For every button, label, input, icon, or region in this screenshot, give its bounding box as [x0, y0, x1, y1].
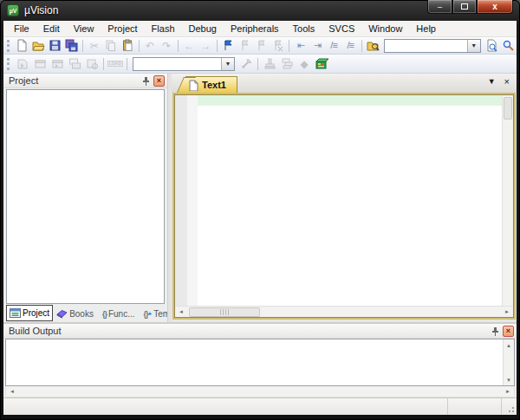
tab-books[interactable]: Books	[53, 306, 97, 321]
menu-debug[interactable]: Debug	[182, 22, 224, 36]
scroll-left-button[interactable]: ◄	[6, 386, 18, 397]
editor-area: Text1 ▼ × ◄	[172, 74, 517, 322]
file-extensions-button[interactable]	[261, 56, 278, 72]
search-dropdown-button[interactable]: ▼	[467, 40, 480, 52]
navigate-back-button[interactable]: ←	[181, 38, 198, 54]
options-for-target-icon	[240, 57, 253, 70]
tab-list-button[interactable]: ▼	[488, 78, 496, 86]
menu-window[interactable]: Window	[361, 22, 409, 36]
search-input[interactable]	[385, 40, 467, 52]
uncomment-button[interactable]: /≡	[342, 38, 359, 54]
copy-button[interactable]	[102, 38, 119, 54]
new-file-icon	[16, 39, 29, 52]
bookmark-clear-button[interactable]	[270, 38, 286, 54]
indent-button[interactable]: ⇥	[309, 38, 325, 54]
new-file-button[interactable]	[14, 38, 30, 54]
menu-view[interactable]: View	[67, 22, 101, 36]
options-for-target-button[interactable]	[237, 56, 255, 72]
save-button[interactable]	[47, 38, 63, 54]
bookmark-prev-button[interactable]	[237, 38, 253, 54]
manage-rte-button[interactable]: ◆	[296, 56, 313, 72]
tab-templates[interactable]: {}+ Tem...	[140, 307, 167, 321]
build-output-close-button[interactable]: ×	[503, 326, 514, 337]
toolbar-separator	[217, 40, 218, 52]
document-close-button[interactable]: ×	[504, 77, 510, 87]
project-tree[interactable]	[6, 89, 165, 304]
editor-content[interactable]	[198, 95, 502, 306]
books-tab-icon	[56, 308, 68, 319]
menu-svcs[interactable]: SVCS	[322, 22, 361, 36]
editor-vertical-scrollbar[interactable]	[502, 95, 513, 306]
download-flash-button[interactable]: LOAD	[107, 56, 124, 72]
navigate-forward-button[interactable]: →	[198, 38, 214, 54]
scroll-right-button[interactable]: ►	[501, 307, 513, 318]
toolbar-separator	[127, 58, 127, 70]
close-button[interactable]: x	[477, 0, 513, 14]
document-tab-text1[interactable]: Text1	[185, 76, 237, 93]
document-tab-label: Text1	[202, 80, 226, 90]
build-button[interactable]	[31, 56, 49, 72]
paste-button[interactable]	[120, 38, 136, 54]
redo-button[interactable]: ↷	[159, 38, 175, 54]
scroll-down-button[interactable]: ▼	[503, 374, 515, 385]
manage-project-items-icon	[281, 57, 294, 70]
save-all-button[interactable]	[63, 38, 80, 54]
cut-button[interactable]: ✂	[86, 38, 102, 54]
incremental-find-button[interactable]	[500, 38, 517, 54]
tab-functions[interactable]: {} Func...	[99, 307, 139, 321]
tab-project-label: Project	[23, 308, 49, 318]
pack-installer-button[interactable]	[313, 56, 330, 72]
build-output-content[interactable]	[6, 339, 503, 385]
stop-build-button[interactable]	[83, 56, 101, 72]
menu-file[interactable]: File	[7, 22, 36, 36]
scroll-left-button[interactable]: ◄	[175, 307, 187, 318]
manage-project-items-button[interactable]	[278, 56, 296, 72]
scroll-grip-icon	[220, 309, 229, 315]
scroll-up-button[interactable]: ▲	[503, 339, 515, 351]
menu-tools[interactable]: Tools	[286, 22, 322, 36]
bookmark-next-button[interactable]	[253, 38, 270, 54]
navigate-back-icon: ←	[184, 41, 194, 51]
horizontal-scroll-thumb[interactable]	[189, 307, 260, 317]
minimize-button[interactable]: –	[427, 0, 452, 14]
menu-edit[interactable]: Edit	[36, 22, 67, 36]
rebuild-button[interactable]	[49, 56, 66, 72]
save-all-icon	[65, 39, 78, 52]
menu-project[interactable]: Project	[101, 22, 144, 36]
vertical-scroll-thumb[interactable]	[504, 97, 512, 120]
toolbar-separator	[178, 40, 179, 52]
toolbar-grip[interactable]	[7, 58, 11, 70]
open-file-button[interactable]	[30, 38, 47, 54]
target-select-input[interactable]	[133, 58, 221, 70]
target-dropdown-button[interactable]: ▼	[221, 58, 234, 70]
resize-grip-icon[interactable]	[506, 404, 515, 413]
menu-flash[interactable]: Flash	[145, 22, 182, 36]
manage-rte-icon: ◆	[300, 59, 308, 69]
menu-bar: File Edit View Project Flash Debug Perip…	[3, 21, 517, 37]
find-icon	[485, 39, 498, 52]
unindent-button[interactable]: ⇤	[292, 38, 309, 54]
scroll-right-button[interactable]: ►	[502, 386, 514, 397]
pin-icon[interactable]	[490, 326, 500, 336]
find-in-files-button[interactable]	[365, 38, 381, 54]
bookmark-toggle-button[interactable]	[220, 38, 237, 54]
editor-margin	[175, 95, 187, 306]
rebuild-icon	[51, 57, 64, 70]
title-bar[interactable]: µV µVision – x	[0, 0, 520, 21]
batch-build-button[interactable]	[66, 56, 83, 72]
translate-button[interactable]	[14, 56, 31, 72]
tab-project[interactable]: Project	[6, 305, 53, 321]
undo-button[interactable]: ↶	[142, 38, 159, 54]
pin-icon[interactable]	[140, 75, 151, 86]
maximize-button[interactable]	[452, 0, 477, 14]
comment-button[interactable]: /≡	[326, 38, 342, 54]
build-output-vertical-scrollbar[interactable]: ▲ ▼	[503, 339, 514, 385]
document-window-controls: ▼ ×	[488, 77, 510, 87]
menu-help[interactable]: Help	[409, 22, 443, 36]
find-button[interactable]	[484, 38, 500, 54]
editor-horizontal-scrollbar[interactable]: ◄ ►	[175, 306, 513, 317]
project-panel-close-button[interactable]: ×	[153, 75, 165, 87]
menu-peripherals[interactable]: Peripherals	[224, 22, 286, 36]
toolbar-grip[interactable]	[7, 40, 11, 52]
build-output-horizontal-scrollbar[interactable]: ◄ ►	[5, 386, 515, 397]
